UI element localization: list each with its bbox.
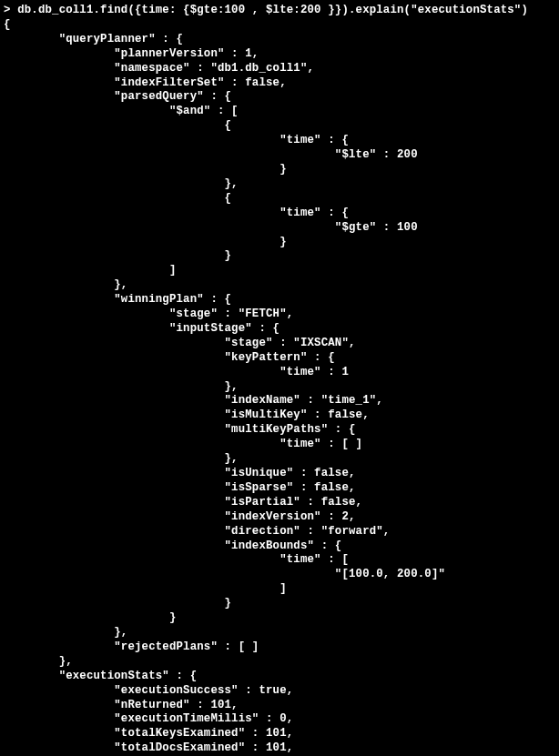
terminal-line: } [4, 249, 559, 264]
terminal-line: } [4, 597, 559, 611]
terminal-line: "time" : [ ] [4, 438, 559, 452]
terminal-line: }, [4, 278, 559, 293]
terminal-line: "namespace" : "db1.db_coll1", [4, 62, 559, 76]
terminal-line: "$and" : [ [4, 105, 559, 119]
terminal-line: } [4, 611, 559, 626]
terminal-line: "inputStage" : { [4, 322, 559, 337]
terminal-line: > db.db_coll1.find({time: {$gte:100 , $l… [4, 4, 559, 18]
terminal-line: "time" : { [4, 207, 559, 221]
terminal-output[interactable]: > db.db_coll1.find({time: {$gte:100 , $l… [0, 0, 559, 756]
terminal-line: "rejectedPlans" : [ ] [4, 640, 559, 655]
terminal-line: { [4, 18, 559, 33]
terminal-line: "queryPlanner" : { [4, 33, 559, 47]
terminal-line: }, [4, 177, 559, 192]
terminal-line: "direction" : "forward", [4, 525, 559, 539]
terminal-line: } [4, 163, 559, 177]
terminal-line: "executionTimeMillis" : 0, [4, 712, 559, 727]
terminal-line: { [4, 119, 559, 134]
terminal-line: } [4, 236, 559, 250]
terminal-line: "executionStats" : { [4, 670, 559, 684]
terminal-line: "isUnique" : false, [4, 467, 559, 481]
terminal-line: "stage" : "IXSCAN", [4, 337, 559, 351]
terminal-line: { [4, 192, 559, 207]
terminal-line: "totalDocsExamined" : 101, [4, 741, 559, 756]
terminal-line: "nReturned" : 101, [4, 699, 559, 713]
terminal-line: "keyPattern" : { [4, 351, 559, 366]
terminal-line: "time" : 1 [4, 366, 559, 380]
terminal-line: "totalKeysExamined" : 101, [4, 727, 559, 741]
terminal-line: "plannerVersion" : 1, [4, 47, 559, 62]
terminal-line: "time" : [ [4, 553, 559, 568]
terminal-line: "indexName" : "time_1", [4, 394, 559, 408]
terminal-line: "executionSuccess" : true, [4, 684, 559, 699]
terminal-line: "indexFilterSet" : false, [4, 76, 559, 91]
terminal-line: "indexBounds" : { [4, 539, 559, 554]
terminal-line: }, [4, 655, 559, 670]
terminal-line: }, [4, 626, 559, 640]
terminal-line: "[100.0, 200.0]" [4, 568, 559, 582]
terminal-line: "time" : { [4, 134, 559, 148]
terminal-line: }, [4, 452, 559, 467]
terminal-line: "winningPlan" : { [4, 293, 559, 307]
terminal-line: "indexVersion" : 2, [4, 510, 559, 525]
terminal-line: ] [4, 582, 559, 597]
terminal-line: "$lte" : 200 [4, 148, 559, 163]
terminal-line: }, [4, 380, 559, 395]
terminal-line: "parsedQuery" : { [4, 90, 559, 105]
terminal-line: "isMultiKey" : false, [4, 408, 559, 423]
terminal-line: "multiKeyPaths" : { [4, 423, 559, 438]
terminal-line: "stage" : "FETCH", [4, 307, 559, 322]
terminal-line: "isSparse" : false, [4, 481, 559, 496]
terminal-line: "isPartial" : false, [4, 496, 559, 510]
terminal-line: ] [4, 264, 559, 278]
terminal-line: "$gte" : 100 [4, 221, 559, 236]
